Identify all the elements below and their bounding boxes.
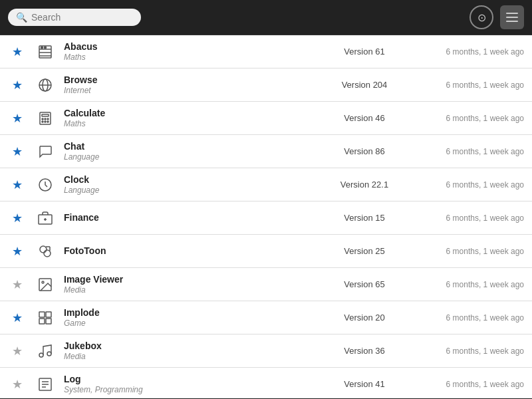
app-info: FotoToon: [64, 245, 325, 257]
svg-point-22: [44, 250, 51, 257]
search-bar: 🔍: [8, 9, 141, 26]
record-icon: ⊙: [477, 11, 486, 24]
app-info: ImplodeGame: [64, 307, 325, 328]
app-icon: [33, 173, 57, 197]
app-version: Version 22.1: [325, 180, 404, 190]
app-icon: [33, 372, 57, 396]
search-icon: 🔍: [16, 12, 27, 23]
star-button[interactable]: ★: [8, 144, 27, 159]
app-date: 6 months, 1 week ago: [404, 114, 524, 123]
app-version: Version 204: [325, 80, 404, 90]
search-input[interactable]: [31, 12, 131, 23]
svg-point-15: [45, 121, 46, 122]
svg-rect-27: [39, 312, 45, 317]
app-name: Finance: [64, 212, 325, 223]
app-category: Game: [64, 319, 325, 328]
svg-point-26: [42, 281, 44, 283]
app-row[interactable]: ★ChatLanguageVersion 866 months, 1 week …: [0, 135, 532, 168]
app-version: Version 86: [325, 146, 404, 156]
app-version: Version 61: [325, 47, 404, 57]
app-row[interactable]: ★JukeboxMediaVersion 366 months, 1 week …: [0, 334, 532, 368]
app-name: FotoToon: [64, 245, 325, 257]
app-version: Version 25: [325, 246, 404, 256]
app-date: 6 months, 1 week ago: [404, 213, 524, 223]
star-button[interactable]: ★: [8, 244, 27, 259]
app-date: 6 months, 1 week ago: [404, 346, 524, 356]
menu-button[interactable]: [500, 5, 524, 29]
app-name: Browse: [64, 74, 325, 86]
star-button[interactable]: ★: [8, 111, 27, 126]
svg-point-16: [47, 121, 49, 122]
app-category: Internet: [64, 86, 325, 95]
svg-point-12: [45, 118, 46, 120]
app-name: Jukebox: [64, 340, 325, 352]
svg-point-32: [47, 352, 51, 356]
app-icon: [33, 106, 57, 130]
app-icon: [33, 239, 57, 263]
app-info: LogSystem, Programming: [64, 374, 325, 394]
app-name: Abacus: [64, 41, 325, 53]
app-version: Version 65: [325, 279, 404, 289]
app-info: Finance: [64, 212, 325, 223]
app-date: 6 months, 1 week ago: [404, 147, 524, 156]
app-info: ClockLanguage: [64, 174, 325, 195]
app-row[interactable]: ★Image ViewerMediaVersion 656 months, 1 …: [0, 268, 532, 301]
app-row[interactable]: ★AbacusMathsVersion 616 months, 1 week a…: [0, 35, 532, 68]
app-name: Implode: [64, 307, 325, 319]
svg-point-21: [40, 246, 47, 253]
star-button[interactable]: ★: [8, 277, 27, 292]
svg-point-4: [41, 47, 43, 49]
app-info: ChatLanguage: [64, 141, 325, 162]
app-info: BrowseInternet: [64, 74, 325, 95]
star-button[interactable]: ★: [8, 311, 27, 325]
app-icon: [33, 140, 57, 164]
star-button[interactable]: ★: [8, 78, 27, 92]
record-button[interactable]: ⊙: [469, 5, 493, 29]
app-version: Version 15: [325, 213, 404, 223]
app-info: AbacusMaths: [64, 41, 325, 62]
app-version: Version 36: [325, 346, 404, 356]
app-row[interactable]: ★FotoToonVersion 256 months, 1 week ago: [0, 235, 532, 268]
app-version: Version 20: [325, 313, 404, 323]
svg-point-5: [45, 47, 47, 49]
app-category: System, Programming: [64, 385, 325, 394]
app-category: Media: [64, 285, 325, 295]
app-date: 6 months, 1 week ago: [404, 380, 524, 389]
app-date: 6 months, 1 week ago: [404, 247, 524, 256]
app-info: JukeboxMedia: [64, 340, 325, 361]
app-row[interactable]: ★CalculateMathsVersion 466 months, 1 wee…: [0, 102, 532, 135]
app-icon: [33, 206, 57, 230]
svg-rect-30: [46, 319, 51, 324]
app-category: Maths: [64, 119, 325, 128]
svg-point-31: [39, 353, 43, 357]
app-list: ★AbacusMathsVersion 616 months, 1 week a…: [0, 35, 532, 398]
app-icon: [33, 40, 57, 64]
star-button[interactable]: ★: [8, 45, 27, 59]
app-icon: [33, 306, 57, 330]
app-row[interactable]: ★ClockLanguageVersion 22.16 months, 1 we…: [0, 168, 532, 201]
star-button[interactable]: ★: [8, 344, 27, 358]
app-icon: [33, 339, 57, 363]
app-row[interactable]: ★BrowseInternetVersion 2046 months, 1 we…: [0, 68, 532, 102]
app-row[interactable]: ★ImplodeGameVersion 206 months, 1 week a…: [0, 301, 532, 334]
app-date: 6 months, 1 week ago: [404, 280, 524, 289]
app-category: Language: [64, 152, 325, 162]
menu-icon: [506, 13, 518, 22]
svg-point-11: [42, 118, 43, 120]
app-name: Chat: [64, 141, 325, 152]
app-category: Maths: [64, 53, 325, 62]
app-date: 6 months, 1 week ago: [404, 80, 524, 90]
app-icon: [33, 73, 57, 97]
star-button[interactable]: ★: [8, 211, 27, 225]
app-row[interactable]: ★LogSystem, ProgrammingVersion 416 month…: [0, 368, 532, 398]
app-row[interactable]: ★FinanceVersion 156 months, 1 week ago: [0, 201, 532, 235]
app-date: 6 months, 1 week ago: [404, 180, 524, 190]
star-button[interactable]: ★: [8, 377, 27, 392]
app-name: Clock: [64, 174, 325, 186]
app-name: Calculate: [64, 108, 325, 119]
svg-point-13: [47, 118, 49, 120]
svg-point-14: [42, 121, 43, 122]
svg-rect-28: [46, 312, 51, 317]
app-version: Version 41: [325, 379, 404, 389]
star-button[interactable]: ★: [8, 178, 27, 192]
